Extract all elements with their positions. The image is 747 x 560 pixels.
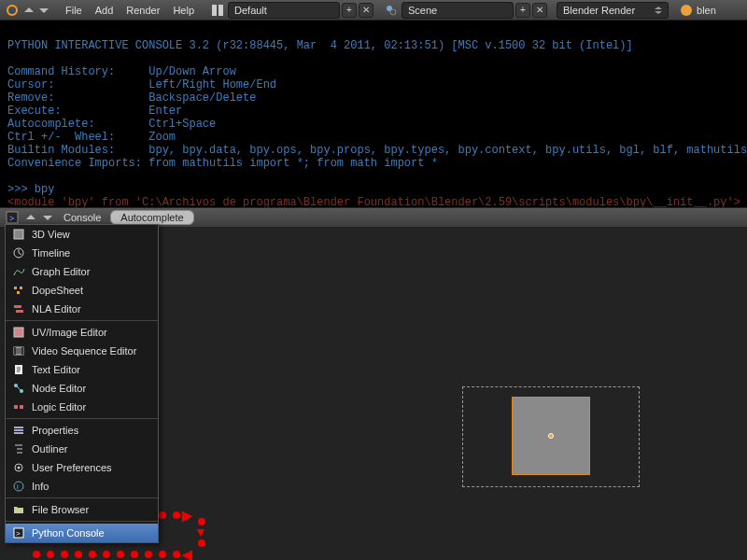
console-line: Cursor: Left/Right Home/End bbox=[7, 78, 276, 91]
scene-dropdown[interactable]: Scene bbox=[402, 2, 514, 19]
scene-remove-btn[interactable]: ✕ bbox=[532, 3, 547, 18]
svg-rect-29 bbox=[20, 405, 23, 409]
menu-info[interactable]: iInfo bbox=[6, 477, 158, 496]
layout-remove-btn[interactable]: ✕ bbox=[359, 3, 374, 18]
menu-uv-image-editor[interactable]: UV/Image Editor bbox=[6, 323, 158, 342]
scene-add-btn[interactable]: + bbox=[515, 3, 530, 18]
menu-outliner[interactable]: Outliner bbox=[6, 440, 158, 458]
menu-3d-view[interactable]: 3D View bbox=[6, 225, 158, 244]
layout-icon[interactable] bbox=[209, 2, 226, 19]
item-label: File Browser bbox=[32, 504, 89, 515]
menu-separator bbox=[6, 497, 158, 498]
info-icon: i bbox=[11, 480, 26, 493]
collapse-icon[interactable] bbox=[37, 2, 50, 19]
svg-rect-14 bbox=[14, 230, 23, 239]
menu-python-console[interactable]: >Python Console bbox=[6, 524, 158, 542]
menu-logic-editor[interactable]: Logic Editor bbox=[6, 398, 158, 416]
logic-icon bbox=[11, 400, 26, 413]
film-icon bbox=[11, 344, 26, 357]
svg-point-0 bbox=[7, 6, 17, 15]
item-label: DopeSheet bbox=[32, 285, 83, 296]
cube-icon bbox=[11, 228, 26, 241]
svg-marker-8 bbox=[655, 11, 662, 14]
item-label: NLA Editor bbox=[32, 303, 81, 315]
menu-text-editor[interactable]: Text Editor bbox=[6, 360, 158, 379]
menu-help[interactable]: Help bbox=[167, 5, 200, 16]
autocomplete-button[interactable]: Autocomplete bbox=[110, 210, 193, 225]
brand-label: blen bbox=[697, 5, 716, 16]
svg-rect-3 bbox=[212, 5, 217, 16]
text-icon bbox=[11, 363, 26, 376]
svg-rect-18 bbox=[17, 291, 20, 294]
layout-dropdown[interactable]: Default bbox=[228, 2, 340, 19]
menu-dopesheet[interactable]: DopeSheet bbox=[6, 281, 158, 300]
node-icon bbox=[11, 382, 26, 395]
menu-file[interactable]: File bbox=[60, 5, 88, 16]
svg-text:>: > bbox=[16, 529, 21, 538]
dopesheet-icon bbox=[11, 284, 26, 297]
console-line: PYTHON INTERACTIVE CONSOLE 3.2 (r32:8844… bbox=[7, 39, 633, 52]
item-label: Video Sequence Editor bbox=[32, 345, 136, 357]
item-label: Properties bbox=[32, 425, 78, 436]
svg-marker-13 bbox=[43, 216, 52, 220]
menu-node-editor[interactable]: Node Editor bbox=[6, 379, 158, 398]
item-label: UV/Image Editor bbox=[32, 327, 107, 338]
console-line: Builtin Modules: bpy, bpy.data, bpy.ops,… bbox=[7, 144, 747, 157]
svg-rect-19 bbox=[14, 305, 21, 308]
menu-render[interactable]: Render bbox=[120, 5, 165, 16]
item-label: Graph Editor bbox=[32, 266, 90, 277]
svg-point-35 bbox=[14, 482, 23, 491]
menu-file-browser[interactable]: File Browser bbox=[6, 500, 158, 519]
menu-separator bbox=[6, 521, 158, 522]
console-line: Convenience Imports: from mathutils impo… bbox=[7, 157, 438, 170]
scene-icon[interactable] bbox=[383, 2, 400, 19]
graph-icon bbox=[11, 265, 26, 278]
item-label: Logic Editor bbox=[32, 401, 86, 413]
image-icon bbox=[11, 326, 26, 339]
expand-icon[interactable] bbox=[22, 2, 35, 19]
console-result: <module 'bpy' from 'C:\Archivos de progr… bbox=[7, 196, 740, 207]
blender-logo-icon bbox=[678, 2, 695, 19]
console-line: Command History: Up/Down Arrow bbox=[7, 65, 236, 78]
menu-properties[interactable]: Properties bbox=[6, 421, 158, 440]
svg-point-9 bbox=[681, 5, 692, 16]
layout-add-btn[interactable]: + bbox=[342, 3, 357, 18]
svg-rect-20 bbox=[16, 310, 23, 313]
svg-rect-21 bbox=[14, 328, 23, 337]
folder-icon bbox=[11, 503, 26, 516]
python-console-output[interactable]: PYTHON INTERACTIVE CONSOLE 3.2 (r32:8844… bbox=[0, 21, 747, 207]
item-label: Outliner bbox=[32, 443, 68, 455]
svg-rect-32 bbox=[14, 432, 23, 434]
svg-text:>: > bbox=[9, 214, 14, 223]
console-line: Execute: Enter bbox=[7, 105, 182, 118]
menu-timeline[interactable]: Timeline bbox=[6, 244, 158, 262]
svg-point-6 bbox=[390, 9, 396, 15]
svg-rect-4 bbox=[218, 5, 223, 16]
menu-separator bbox=[6, 418, 158, 419]
console-line: Remove: Backspace/Delete bbox=[7, 91, 256, 105]
svg-point-34 bbox=[18, 467, 21, 469]
editor-type-menu: 3D View Timeline Graph Editor DopeSheet … bbox=[5, 224, 159, 543]
console-line: Ctrl +/- Wheel: Zoom bbox=[7, 131, 176, 144]
menu-separator bbox=[6, 320, 158, 321]
gear-icon bbox=[11, 461, 26, 474]
console-prompt: >>> bpy bbox=[7, 183, 54, 196]
item-label: User Preferences bbox=[32, 462, 112, 473]
menu-user-preferences[interactable]: User Preferences bbox=[6, 458, 158, 477]
nla-icon bbox=[11, 302, 26, 315]
svg-marker-7 bbox=[655, 7, 662, 9]
menu-add[interactable]: Add bbox=[90, 5, 120, 16]
engine-dropdown[interactable]: Blender Render bbox=[557, 2, 669, 19]
menu-graph-editor[interactable]: Graph Editor bbox=[6, 262, 158, 281]
svg-marker-2 bbox=[39, 8, 49, 13]
editor-type-btn[interactable] bbox=[4, 2, 21, 19]
svg-rect-28 bbox=[14, 405, 18, 409]
outliner-icon bbox=[11, 442, 26, 455]
item-label: Info bbox=[32, 481, 49, 492]
console-menu[interactable]: Console bbox=[58, 212, 106, 223]
menu-nla-editor[interactable]: NLA Editor bbox=[6, 300, 158, 318]
console-line: Autocomplete: Ctrl+Space bbox=[7, 118, 216, 131]
item-label: Python Console bbox=[32, 527, 105, 539]
menu-video-sequence-editor[interactable]: Video Sequence Editor bbox=[6, 342, 158, 360]
properties-icon bbox=[11, 424, 26, 437]
